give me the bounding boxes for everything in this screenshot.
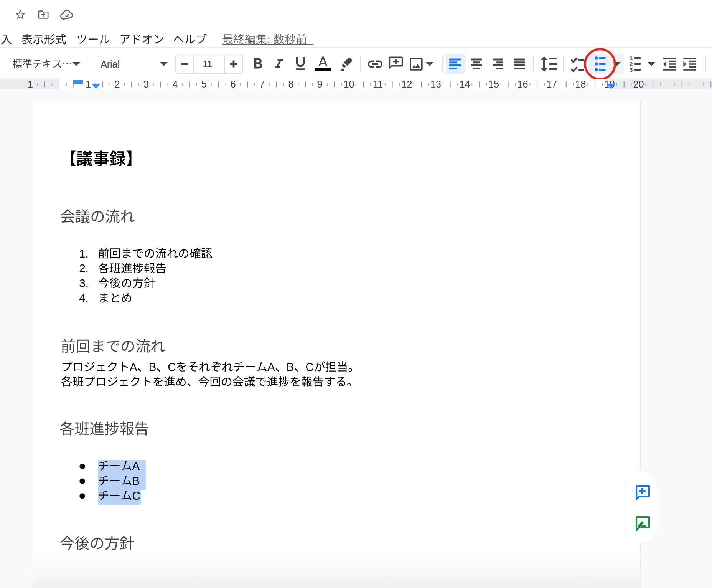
svg-text:2: 2 [114, 79, 120, 89]
svg-text:14: 14 [459, 79, 470, 89]
svg-text:17: 17 [546, 79, 557, 89]
svg-text:7: 7 [259, 79, 265, 89]
svg-text:19: 19 [604, 79, 615, 89]
svg-text:6: 6 [230, 79, 236, 89]
svg-text:16: 16 [517, 79, 528, 89]
svg-text:11: 11 [373, 79, 383, 89]
svg-text:12: 12 [401, 79, 412, 89]
svg-text:15: 15 [488, 79, 499, 89]
svg-text:18: 18 [575, 79, 586, 89]
svg-text:9: 9 [317, 79, 323, 89]
svg-text:3: 3 [143, 79, 149, 89]
svg-text:1: 1 [28, 79, 33, 89]
svg-text:1: 1 [86, 79, 91, 89]
svg-text:10: 10 [343, 79, 354, 89]
svg-text:8: 8 [288, 79, 293, 89]
svg-text:5: 5 [201, 79, 207, 89]
svg-text:4: 4 [172, 79, 178, 89]
svg-text:20: 20 [633, 79, 644, 89]
svg-text:13: 13 [430, 79, 441, 89]
